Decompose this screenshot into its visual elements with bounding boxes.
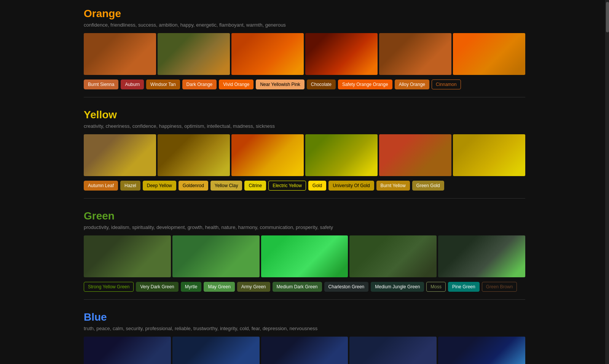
- green-image-2[interactable]: [172, 235, 260, 277]
- scrollbar-track[interactable]: [605, 0, 609, 364]
- page-content: Orange confidence, friendliness, success…: [76, 0, 533, 364]
- color-tag[interactable]: Burnt Yellow: [376, 181, 410, 191]
- orange-tags-row: Burnt SiennaAuburnWindsor TanDark Orange…: [84, 79, 525, 89]
- blue-desc: truth, peace, calm, security, profession…: [84, 326, 525, 331]
- color-tag[interactable]: Very Dark Green: [136, 282, 178, 292]
- color-tag[interactable]: Medium Dark Green: [273, 282, 322, 292]
- orange-image-1[interactable]: [84, 33, 156, 75]
- green-image-5[interactable]: [438, 235, 525, 277]
- yellow-image-1[interactable]: [84, 134, 156, 176]
- color-tag[interactable]: Gold: [308, 181, 326, 191]
- yellow-image-2[interactable]: [158, 134, 230, 176]
- color-tag[interactable]: Green Gold: [412, 181, 444, 191]
- green-image-1[interactable]: [84, 235, 171, 277]
- blue-image-4[interactable]: [349, 337, 437, 364]
- color-tag[interactable]: Deep Yellow: [143, 181, 176, 191]
- color-tag[interactable]: Vivid Orange: [219, 79, 253, 89]
- orange-section: Orange confidence, friendliness, success…: [84, 8, 525, 97]
- color-tag[interactable]: Auburn: [121, 79, 144, 89]
- orange-images-row: [84, 33, 525, 75]
- green-tags-row: Strong Yellow GreenVery Dark GreenMyrtle…: [84, 282, 525, 292]
- orange-image-4[interactable]: [305, 33, 378, 75]
- green-image-3[interactable]: [261, 235, 348, 277]
- color-tag[interactable]: University Of Gold: [328, 181, 374, 191]
- color-tag[interactable]: Windsor Tan: [146, 79, 180, 89]
- orange-desc: confidence, friendliness, success, ambit…: [84, 22, 525, 28]
- color-tag[interactable]: Green Brown: [482, 282, 517, 292]
- color-tag[interactable]: Near Yellowish Pink: [256, 79, 304, 89]
- color-tag[interactable]: Yellow Clay: [210, 181, 242, 191]
- color-tag[interactable]: Chocolate: [307, 79, 336, 89]
- yellow-desc: creativity, cheeriness, confidence, happ…: [84, 123, 525, 129]
- blue-image-1[interactable]: [84, 337, 171, 364]
- green-desc: productivity, idealism, spirituality, de…: [84, 224, 525, 230]
- color-tag[interactable]: Safety Orange Orange: [338, 79, 392, 89]
- green-section: Green productivity, idealism, spirituali…: [84, 210, 525, 300]
- blue-images-row: [84, 337, 525, 364]
- blue-section: Blue truth, peace, calm, security, profe…: [84, 311, 525, 364]
- color-tag[interactable]: Hazel: [120, 181, 140, 191]
- blue-image-5[interactable]: [438, 337, 525, 364]
- color-tag[interactable]: Autumn Leaf: [84, 181, 118, 191]
- color-tag[interactable]: Myrtle: [181, 282, 202, 292]
- color-tag[interactable]: Charleston Green: [324, 282, 369, 292]
- yellow-image-5[interactable]: [379, 134, 451, 176]
- orange-image-5[interactable]: [379, 33, 451, 75]
- color-tag[interactable]: May Green: [204, 282, 234, 292]
- yellow-title: Yellow: [84, 109, 525, 121]
- yellow-image-4[interactable]: [305, 134, 378, 176]
- green-image-4[interactable]: [349, 235, 437, 277]
- yellow-images-row: [84, 134, 525, 176]
- orange-image-3[interactable]: [231, 33, 304, 75]
- color-tag[interactable]: Burnt Sienna: [84, 79, 118, 89]
- color-tag[interactable]: Army Green: [237, 282, 270, 292]
- orange-title: Orange: [84, 8, 525, 20]
- color-tag[interactable]: Goldenrod: [179, 181, 208, 191]
- color-tag[interactable]: Alloy Orange: [395, 79, 429, 89]
- blue-image-2[interactable]: [172, 337, 260, 364]
- color-tag[interactable]: Strong Yellow Green: [84, 282, 134, 292]
- color-tag[interactable]: Electric Yellow: [268, 181, 306, 191]
- blue-image-3[interactable]: [261, 337, 348, 364]
- green-title: Green: [84, 210, 525, 222]
- green-images-row: [84, 235, 525, 277]
- scrollbar-thumb[interactable]: [606, 2, 609, 32]
- color-tag[interactable]: Cinnamon: [432, 79, 461, 89]
- yellow-section: Yellow creativity, cheeriness, confidenc…: [84, 109, 525, 199]
- orange-image-2[interactable]: [158, 33, 230, 75]
- color-tag[interactable]: Pine Green: [448, 282, 480, 292]
- color-tag[interactable]: Dark Orange: [182, 79, 217, 89]
- color-tag[interactable]: Citrine: [244, 181, 266, 191]
- yellow-image-3[interactable]: [231, 134, 304, 176]
- orange-image-6[interactable]: [453, 33, 525, 75]
- color-tag[interactable]: Moss: [426, 282, 446, 292]
- yellow-tags-row: Autumn LeafHazelDeep YellowGoldenrodYell…: [84, 181, 525, 191]
- blue-title: Blue: [84, 311, 525, 323]
- color-tag[interactable]: Medium Jungle Green: [371, 282, 424, 292]
- yellow-image-6[interactable]: [453, 134, 525, 176]
